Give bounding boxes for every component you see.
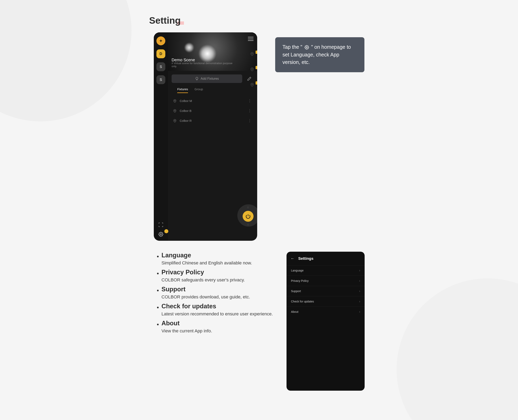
row-label: Support [291,290,301,293]
phone-settings: ← Settings Language › Privacy Policy › S… [286,252,365,391]
pin-icon [173,99,176,103]
bullet-title: About [161,320,212,327]
more-icon[interactable]: ⋮ [248,100,252,102]
row-label: About [291,310,299,313]
chevron-right-icon: › [359,310,360,314]
tab-group[interactable]: Group [195,87,203,93]
settings-row-support[interactable]: Support › [286,286,365,296]
scene-badge-s[interactable]: S [156,62,165,71]
gear-icon[interactable] [158,232,163,237]
list-item[interactable]: Colbor B ⋮ [172,106,253,116]
bulb-icon [195,77,199,81]
fixture-name: Colbor R [180,119,192,122]
settings-descriptions: Language Simplified Chinese and English … [157,252,279,337]
page-title: Setting [149,15,181,26]
bullet-language: Language Simplified Chinese and English … [157,252,279,266]
list-item[interactable]: Colbor M ⋮ [172,96,253,106]
scan-icon[interactable] [158,222,164,227]
bullet-privacy: Privacy Policy COLBOR safeguards every u… [157,269,279,283]
more-icon[interactable]: ⋮ [248,120,252,122]
bullet-desc: Simplified Chinese and English available… [161,260,252,266]
bullet-updates: Check for updates Latest version recomme… [157,303,279,317]
scene-badge-d[interactable]: D [156,49,165,58]
list-item[interactable]: Colbor R ⋮ [172,116,253,126]
bullet-about: About View the current App info. [157,320,279,334]
add-button[interactable]: + [156,37,165,45]
svg-point-1 [174,100,175,101]
bg-decoration [0,0,132,121]
scene-badge-s[interactable]: S [156,75,165,84]
right-marks [255,51,257,85]
bullet-desc: View the current App info. [161,328,212,334]
settings-row-about[interactable]: About › [286,307,365,317]
pin-icon [173,109,176,112]
svg-point-6 [252,84,253,85]
settings-row-updates[interactable]: Check for updates › [286,296,365,307]
phone-homepage: + D S S Demo Scene # Virtual scene for f… [154,32,257,241]
bullet-desc: COLBOR provides download, use guide, etc… [161,294,250,300]
scene-hero: Demo Scene # Virtual scene for functiona… [168,32,257,71]
svg-point-5 [252,68,253,70]
add-fixtures-button[interactable]: Add Fixtures [172,75,242,83]
callout-pre: Tap the " [283,44,302,50]
fixture-name: Colbor B [180,109,191,112]
svg-point-4 [252,53,253,54]
hamburger-icon[interactable] [248,37,254,41]
fixture-list: Colbor M ⋮ Colbor B ⋮ Colbor R ⋮ [168,93,257,128]
bullet-title: Support [161,286,250,293]
power-button[interactable]: △ ▽ [237,204,257,227]
chevron-right-icon: › [359,289,360,293]
settings-row-language[interactable]: Language › [286,265,365,276]
sidebar: + D S S [154,32,168,241]
back-icon[interactable]: ← [291,256,295,261]
highlight-dot [164,229,168,233]
gear-icon [305,45,309,50]
chevron-right-icon: › [359,300,360,303]
tab-fixtures[interactable]: Fixtures [177,87,188,93]
bg-decoration [397,278,518,420]
bullet-title: Language [161,252,252,259]
svg-point-0 [160,234,161,235]
bullet-desc: Latest version recommended to ensure use… [161,311,273,317]
more-icon[interactable]: ⋮ [248,110,252,112]
bullet-title: Check for updates [161,303,273,310]
row-label: Language [291,269,303,272]
settings-row-privacy[interactable]: Privacy Policy › [286,276,365,286]
svg-point-2 [174,110,175,111]
fixture-name: Colbor M [180,99,192,103]
scene-subtitle: # Virtual scene for functional demonstra… [172,62,234,68]
svg-point-3 [174,120,175,121]
add-fixtures-label: Add Fixtures [201,77,219,81]
instruction-callout: Tap the " " on homepage to set Language,… [275,37,364,72]
row-label: Check for updates [291,300,314,303]
bullet-support: Support COLBOR provides download, use gu… [157,286,279,300]
pin-icon [173,119,176,122]
settings-header: ← Settings [286,252,365,265]
bullet-desc: COLBOR safeguards every user's privacy. [161,277,245,283]
svg-point-7 [306,47,307,48]
chevron-right-icon: › [359,279,360,283]
row-label: Privacy Policy [291,279,308,282]
tabs: Fixtures Group [168,83,257,93]
chevron-right-icon: › [359,269,360,272]
bullet-title: Privacy Policy [161,269,245,276]
right-pins [250,52,254,87]
settings-title: Settings [298,256,313,261]
